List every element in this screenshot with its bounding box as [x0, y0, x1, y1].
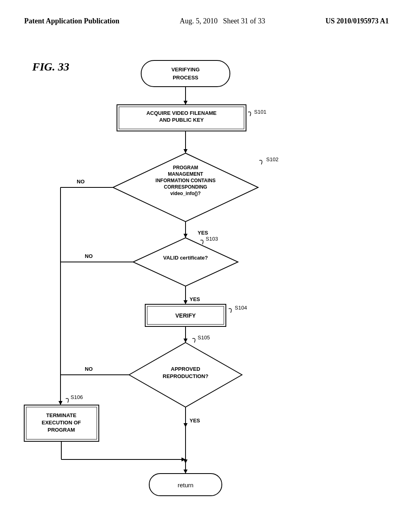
svg-text:REPRODUCTION?: REPRODUCTION?	[163, 373, 208, 379]
svg-text:NO: NO	[85, 253, 93, 259]
svg-text:ACQUIRE VIDEO FILENAME: ACQUIRE VIDEO FILENAME	[146, 110, 217, 116]
svg-text:MANAGEMENT: MANAGEMENT	[168, 171, 203, 177]
svg-text:PROGRAM: PROGRAM	[48, 427, 75, 433]
publication-date: Aug. 5, 2010	[180, 17, 218, 25]
sheet-info: Sheet 31 of 33	[223, 17, 265, 25]
svg-text:S102: S102	[266, 156, 278, 162]
svg-marker-63	[184, 470, 188, 474]
svg-text:VERIFY: VERIFY	[175, 312, 196, 319]
svg-text:S106: S106	[71, 394, 83, 400]
svg-text:NO: NO	[77, 179, 85, 185]
svg-text:YES: YES	[190, 296, 200, 302]
svg-marker-30	[184, 300, 188, 304]
svg-marker-37	[184, 339, 188, 343]
svg-text:YES: YES	[198, 230, 208, 236]
svg-text:NO: NO	[85, 366, 93, 372]
svg-text:S105: S105	[198, 335, 210, 341]
svg-text:YES: YES	[190, 418, 200, 424]
svg-marker-11	[184, 149, 188, 153]
svg-marker-46	[184, 423, 188, 427]
svg-text:PROCESS: PROCESS	[173, 75, 198, 81]
svg-marker-51	[58, 401, 63, 405]
svg-marker-4	[184, 101, 188, 105]
publication-title: Patent Application Publication	[24, 16, 119, 26]
svg-text:AND PUBLIC KEY: AND PUBLIC KEY	[159, 117, 204, 123]
svg-text:EXECUTION OF: EXECUTION OF	[42, 420, 81, 426]
patent-number: US 2010/0195973 A1	[325, 16, 389, 26]
svg-rect-0	[141, 60, 230, 87]
svg-text:S104: S104	[235, 305, 247, 311]
svg-text:VERIFYING: VERIFYING	[171, 66, 200, 73]
svg-text:video_info()?: video_info()?	[170, 191, 200, 196]
svg-marker-25	[133, 238, 238, 286]
svg-text:S101: S101	[254, 109, 266, 115]
svg-text:INFORMATION CONTAINS: INFORMATION CONTAINS	[156, 178, 216, 183]
svg-marker-22	[184, 234, 188, 238]
svg-text:S103: S103	[206, 236, 218, 242]
page-header: Patent Application Publication Aug. 5, 2…	[0, 0, 413, 26]
flowchart-diagram: VERIFYING PROCESS ACQUIRE VIDEO FILENAME…	[0, 48, 413, 532]
svg-text:PROGRAM: PROGRAM	[173, 165, 198, 170]
svg-text:return: return	[177, 482, 193, 488]
header-date-sheet: Aug. 5, 2010 Sheet 31 of 33	[180, 16, 265, 26]
svg-text:APPROVED: APPROVED	[171, 366, 200, 372]
svg-text:TERMINATE: TERMINATE	[46, 412, 77, 418]
svg-text:VALID certificate?: VALID certificate?	[163, 255, 208, 261]
svg-text:CORRESPONDING: CORRESPONDING	[164, 184, 207, 190]
